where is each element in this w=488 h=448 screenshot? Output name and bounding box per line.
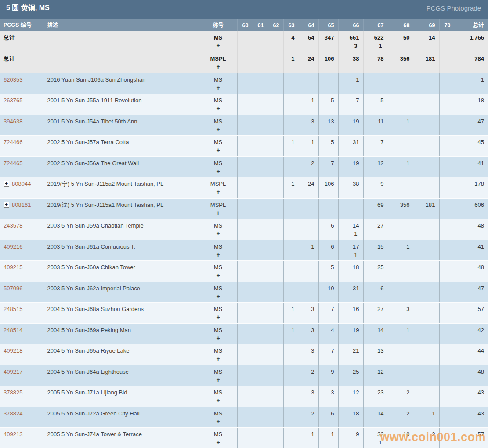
- pcgs-number-link[interactable]: 263765: [4, 97, 22, 104]
- grade-count: 11: [364, 118, 384, 125]
- photograde-link[interactable]: PCGS Photograde: [427, 4, 481, 12]
- grade-count: 27: [364, 222, 384, 229]
- grade-70-cell: [439, 344, 455, 365]
- designation-label: MS: [199, 306, 237, 312]
- grade-count: 3: [388, 306, 410, 312]
- grade-69-cell: [414, 73, 439, 94]
- grade-68-cell: 1: [388, 323, 414, 344]
- grade-count: 13: [364, 347, 384, 354]
- table-row: 2485142004 5 Yn Sun-J69a Peking ManMS+13…: [0, 323, 488, 344]
- pcgs-number-link[interactable]: 409215: [4, 264, 22, 271]
- pcgs-number-link[interactable]: 409217: [4, 369, 22, 375]
- grade-count: 3: [299, 306, 314, 312]
- grade-count: 25: [339, 369, 359, 375]
- designation-cell: MS+: [199, 261, 237, 282]
- grade-62-cell: [268, 219, 283, 240]
- grade-count: 1: [388, 243, 410, 250]
- grade-count: 1: [284, 181, 295, 187]
- totals-row: 总计MS+4643476613622150141,766: [0, 31, 488, 52]
- pcgs-number-link[interactable]: 394638: [4, 118, 22, 125]
- pcgs-number-link[interactable]: 409213: [4, 431, 22, 437]
- designation-label: MS: [199, 97, 237, 104]
- grade-66-cell: 171: [338, 240, 363, 261]
- designation-cell: MS+: [199, 428, 237, 448]
- pcgs-cell: 243578: [0, 219, 43, 240]
- pcgs-number-link[interactable]: 808161: [12, 202, 31, 208]
- titlebar: 5 圆 黄铜, MS PCGS Photograde: [0, 0, 488, 19]
- grade-70-cell: [439, 73, 455, 94]
- pcgs-number-link[interactable]: 507096: [4, 285, 22, 292]
- grade-count: 5: [319, 139, 334, 145]
- grade-63-cell: [283, 115, 299, 136]
- grade-68-cell: 1: [388, 156, 414, 177]
- designation-label: MS: [199, 410, 237, 417]
- pcgs-number-link[interactable]: 409216: [4, 243, 22, 250]
- pcgs-number-link[interactable]: 248515: [4, 306, 22, 312]
- grade-67-cell: 69: [363, 198, 388, 219]
- grade-count: 14: [364, 410, 384, 417]
- pcgs-number-link[interactable]: 409218: [4, 347, 22, 354]
- pcgs-number-link[interactable]: 243578: [4, 222, 22, 229]
- expand-icon[interactable]: +: [4, 202, 9, 208]
- pcgs-number-link[interactable]: 724465: [4, 160, 22, 166]
- grade-69-cell: [414, 115, 439, 136]
- grade-60-cell: [237, 386, 253, 407]
- designation-label: MS: [199, 389, 237, 396]
- grade-67-cell: 331: [363, 428, 388, 448]
- designation-label: MSPL: [199, 55, 237, 62]
- grade-60-cell: [237, 323, 253, 344]
- grade-60-cell: [237, 52, 253, 73]
- pcgs-cell: +808161: [0, 198, 43, 219]
- row-total-cell: 1: [455, 73, 488, 94]
- pcgs-number-link[interactable]: 248514: [4, 327, 22, 333]
- grade-61-cell: [253, 386, 268, 407]
- table-row: 4092172004 5 Yn Sun-J64a LighthouseMS+29…: [0, 365, 488, 386]
- row-total-cell: 57: [455, 428, 488, 448]
- pcgs-number-link[interactable]: 620353: [4, 76, 22, 83]
- pcgs-cell: 248514: [0, 323, 43, 344]
- grade-62-cell: [268, 344, 283, 365]
- grade-66-cell: 141: [338, 219, 363, 240]
- grade-62-cell: [268, 73, 283, 94]
- grade-count: 18: [339, 264, 359, 271]
- grade-count: 14: [364, 327, 384, 333]
- grade-66-cell: 38: [338, 52, 363, 73]
- pcgs-number-link[interactable]: 808044: [12, 181, 31, 187]
- grade-70-cell: [439, 261, 455, 282]
- plus-designation-label: +: [199, 356, 237, 362]
- plus-grade-count: 1: [364, 43, 384, 49]
- grade-64-cell: 1: [299, 94, 318, 115]
- grade-count: 4: [319, 327, 334, 333]
- grade-count: 1: [414, 410, 435, 417]
- pcgs-number-link[interactable]: 378824: [4, 410, 22, 417]
- grade-70-cell: [439, 323, 455, 344]
- expand-icon[interactable]: +: [4, 181, 9, 187]
- grade-62-cell: [268, 365, 283, 386]
- grade-count: 18: [339, 410, 359, 417]
- row-total-cell: 48: [455, 219, 488, 240]
- plus-designation-label: +: [199, 210, 237, 217]
- row-total-cell: 47: [455, 282, 488, 303]
- grade-69-cell: 1: [414, 407, 439, 428]
- plus-designation-label: +: [199, 252, 237, 258]
- grade-64-cell: 64: [299, 31, 318, 52]
- designation-label: MS: [199, 431, 237, 437]
- designation-cell: MS+: [199, 282, 237, 303]
- col-header-designation: 称号: [199, 19, 237, 31]
- grade-61-cell: [253, 136, 268, 157]
- grade-66-cell: 12: [338, 386, 363, 407]
- grade-64-cell: 3: [299, 344, 318, 365]
- grade-66-cell: 19: [338, 156, 363, 177]
- designation-cell: MS+: [199, 136, 237, 157]
- grade-66-cell: 18: [338, 407, 363, 428]
- pcgs-number-link[interactable]: 724466: [4, 139, 22, 145]
- grade-70-cell: [439, 136, 455, 157]
- coin-description: [43, 52, 199, 73]
- grade-67-cell: 14: [363, 407, 388, 428]
- designation-cell: MS+: [199, 240, 237, 261]
- grade-count: 181: [414, 202, 435, 208]
- row-total-cell: 42: [455, 323, 488, 344]
- grade-60-cell: [237, 282, 253, 303]
- grade-count: 3: [319, 389, 334, 396]
- pcgs-number-link[interactable]: 378825: [4, 389, 22, 396]
